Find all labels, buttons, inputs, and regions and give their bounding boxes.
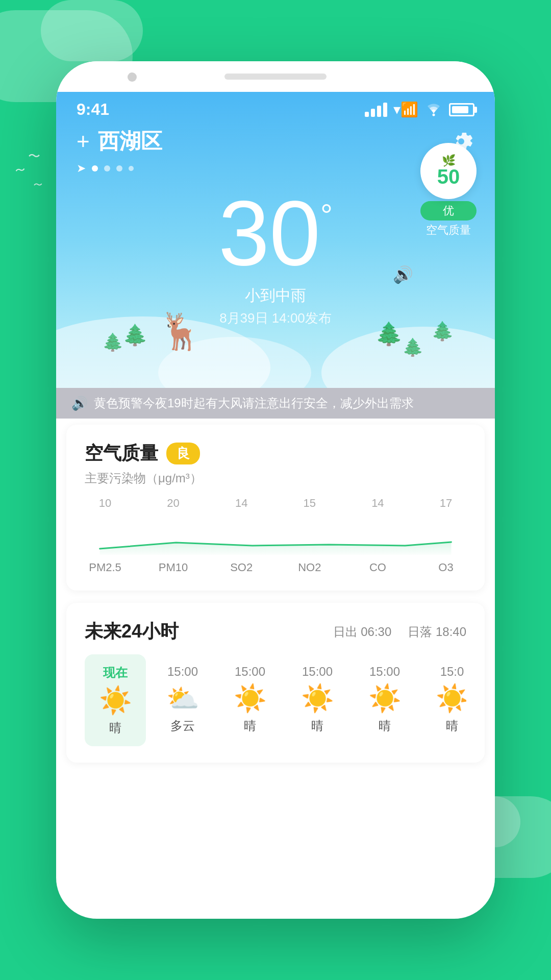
aqi-leaf-icon: 🌿 [442,155,456,166]
weather-hero: 9:41 ▾📶 [56,92,495,388]
forecast-desc-4: 晴 [379,718,391,734]
forecast-scroll: 现在 ☀️ 晴 15:00 ⛅ 多云 15:00 ☀️ 晴 [85,654,466,746]
forecast-item-2: 15:00 ☀️ 晴 [219,654,281,746]
forecast-time-3: 15:00 [302,665,333,679]
forecast-item-current: 现在 ☀️ 晴 [85,654,146,746]
sun-times: 日出 06:30 日落 18:40 [333,624,466,640]
phone-camera [128,72,137,82]
tree-icon-4: 🌲 [102,332,123,352]
chart-lbl-0: PM2.5 [85,561,126,574]
bird-3: 〜 [33,178,43,191]
svg-point-0 [433,113,435,116]
chart-val-4: 14 [357,497,398,510]
status-time: 9:41 [77,100,109,119]
page-dot-1[interactable] [92,165,98,172]
chart-val-1: 20 [153,497,194,510]
degree-symbol: ° [320,198,333,233]
city-name: 西湖区 [98,127,162,156]
phone-frame: 9:41 ▾📶 [56,61,495,919]
forecast-item-5: 15:0 ☀️ 晴 [421,654,466,746]
signal-bar-1 [365,112,369,117]
forecast-desc-5: 晴 [446,718,458,734]
tree-icon-2: 🌲 [402,337,423,357]
aqi-value: 50 [437,166,460,187]
battery-fill [452,106,468,113]
sunrise-time: 日出 06:30 [333,624,392,640]
weather-date: 8月39日 14:00发布 [56,309,495,327]
chart-lbl-2: SO2 [221,561,262,574]
chart-val-0: 10 [85,497,126,510]
chart-lbl-5: O3 [425,561,466,574]
forecast-desc-1: 多云 [170,718,195,734]
alert-text: 黄色预警今夜19时起有大风请注意出行安全，减少外出需求 [94,395,480,411]
forecast-item-1: 15:00 ⛅ 多云 [152,654,213,746]
forecast-time-0: 现在 [103,665,128,681]
forecast-time-2: 15:00 [235,665,265,679]
status-bar: 9:41 ▾📶 [56,92,495,119]
temperature-display: 30 ° 🔊 [56,187,495,279]
forecast-header: 未来24小时 日出 06:30 日落 18:40 [85,619,466,644]
signal-bar-4 [383,103,387,117]
page-dot-2[interactable] [104,165,110,172]
nav-left: + 西湖区 [77,127,162,156]
signal-bars-icon [365,103,387,117]
page-dot-3[interactable] [116,165,122,172]
signal-bar-2 [371,109,375,117]
forecast-desc-0: 晴 [109,720,121,736]
forecast-card: 未来24小时 日出 06:30 日落 18:40 现在 ☀️ 晴 15:00 ⛅… [66,603,485,763]
chart-lbl-4: CO [357,561,398,574]
forecast-icon-3: ☀️ [301,685,334,712]
forecast-item-4: 15:00 ☀️ 晴 [354,654,415,746]
forecast-desc-3: 晴 [311,718,323,734]
forecast-time-5: 15:0 [440,665,464,679]
chart-lbl-3: NO2 [289,561,330,574]
forecast-time-1: 15:00 [167,665,198,679]
bg-cloud-2 [41,0,143,61]
alert-sound-icon: 🔊 [71,396,88,411]
forecast-item-3: 15:00 ☀️ 晴 [287,654,348,746]
sunset-time: 日落 18:40 [408,624,466,640]
location-arrow-icon: ➤ [77,162,86,175]
wifi-icon-svg [424,103,443,116]
snow-hill-2 [321,327,495,388]
air-quality-badge: 良 [166,443,200,464]
bird-2: 〜 [14,162,27,178]
forecast-icon-5: ☀️ [436,685,467,712]
pollutant-label: 主要污染物（μg/m³） [85,470,466,486]
forecast-desc-2: 晴 [244,718,256,734]
battery-icon [449,103,474,116]
chart-val-5: 17 [425,497,466,510]
weather-condition: 小到中雨 [56,285,495,306]
chart-labels: PM2.5 PM10 SO2 NO2 CO O3 [85,561,466,574]
add-location-button[interactable]: + [77,130,90,153]
forecast-title: 未来24小时 [85,619,179,644]
chart-val-2: 14 [221,497,262,510]
forecast-icon-2: ☀️ [234,685,267,712]
air-quality-title: 空气质量 [85,441,158,466]
forecast-icon-1: ⛅ [166,685,199,712]
card-title-row: 空气质量 良 [85,441,466,466]
phone-notch [56,61,495,92]
app-content: 9:41 ▾📶 [56,92,495,919]
forecast-icon-0: ☀️ [99,687,132,714]
alert-banner: 🔊 黄色预警今夜19时起有大风请注意出行安全，减少外出需求 [56,388,495,419]
forecast-icon-4: ☀️ [368,685,402,712]
chart-values: 10 20 14 15 14 17 [85,497,466,510]
chart-val-3: 15 [289,497,330,510]
status-icons: ▾📶 [365,101,474,118]
phone-pill [224,74,327,80]
bird-1: 〜 [28,148,40,164]
temperature-value: 30 [218,187,320,279]
sound-icon[interactable]: 🔊 [393,265,413,284]
air-quality-card: 空气质量 良 主要污染物（μg/m³） 10 20 14 15 14 17 [66,425,485,591]
forecast-time-4: 15:00 [369,665,400,679]
air-quality-chart [85,514,466,555]
page-dot-4[interactable] [129,166,134,171]
wifi-icon: ▾📶 [393,101,418,118]
chart-lbl-1: PM10 [153,561,194,574]
signal-bar-3 [377,106,381,117]
